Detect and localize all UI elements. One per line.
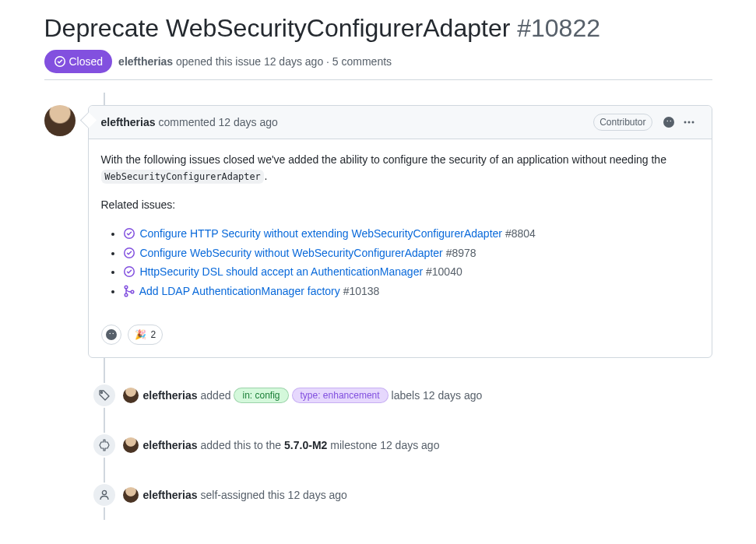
list-item: Configure WebSecurity without WebSecurit… (123, 245, 699, 261)
react-icon[interactable] (659, 112, 679, 132)
related-link[interactable]: Add LDAP AuthenticationManager factory (139, 285, 340, 297)
avatar[interactable] (44, 105, 76, 136)
event-milestone-pre: added this to the (201, 439, 282, 451)
svg-point-5 (131, 290, 134, 293)
event-label-suffix: labels 12 days ago (392, 389, 483, 402)
issue-title: Deprecate WebSecurityConfigurerAdapter #… (44, 12, 712, 44)
milestone-icon (92, 433, 117, 458)
svg-point-6 (102, 490, 106, 494)
svg-point-1 (687, 121, 690, 124)
event-added-word: added (201, 389, 231, 402)
related-ref: #8804 (505, 227, 536, 240)
related-ref: #8978 (446, 247, 476, 259)
issue-title-text: Deprecate WebSecurityConfigurerAdapter (44, 14, 511, 42)
closed-check-icon (54, 55, 66, 68)
related-link[interactable]: Configure WebSecurity without WebSecurit… (139, 247, 442, 259)
label-chip[interactable]: in: config (234, 388, 288, 403)
avatar[interactable] (123, 388, 139, 403)
list-item: Configure HTTP Security without extendin… (123, 226, 699, 242)
person-icon (92, 483, 117, 507)
add-reaction-button[interactable] (101, 325, 121, 345)
reaction-emoji: 🎉 (135, 329, 146, 340)
svg-point-3 (125, 286, 128, 289)
comment-time: commented 12 days ago (159, 116, 278, 128)
body-intro-post: . (264, 170, 267, 182)
issue-state-badge: Closed (44, 50, 113, 73)
avatar[interactable] (123, 487, 139, 503)
svg-point-0 (684, 121, 686, 124)
comment-box: eleftherias commented 12 days ago Contri… (88, 105, 712, 358)
list-item: HttpSecurity DSL should accept an Authen… (123, 264, 699, 280)
event-assign-text: self-assigned this 12 days ago (201, 489, 347, 501)
git-merge-icon (123, 285, 135, 297)
label-chip[interactable]: type: enhancement (292, 388, 389, 403)
issue-closed-icon (123, 265, 135, 278)
kebab-icon[interactable] (679, 112, 699, 132)
reaction-count: 2 (151, 329, 156, 340)
related-ref: #10040 (426, 265, 462, 278)
issue-closed-icon (123, 247, 135, 259)
issue-state-text: Closed (69, 54, 104, 69)
tag-icon (92, 383, 117, 408)
association-badge: Contributor (593, 114, 652, 131)
reaction-chip[interactable]: 🎉 2 (128, 325, 164, 345)
related-link[interactable]: Configure HTTP Security without extendin… (139, 227, 502, 240)
issue-closed-icon (123, 227, 135, 240)
issue-meta: eleftherias opened this issue 12 days ag… (118, 55, 392, 68)
avatar[interactable] (123, 437, 139, 453)
body-inline-code: WebSecurityConfigurerAdapter (101, 170, 265, 184)
comment-author-link[interactable]: eleftherias (101, 116, 156, 128)
event-author-link[interactable]: eleftherias (143, 489, 198, 501)
event-author-link[interactable]: eleftherias (143, 389, 198, 402)
event-milestone-suffix: milestone 12 days ago (330, 439, 439, 451)
issue-author-link[interactable]: eleftherias (118, 55, 173, 68)
related-heading: Related issues: (101, 197, 699, 213)
issue-opened-text: opened this issue 12 days ago · 5 commen… (176, 55, 392, 68)
list-item: Add LDAP AuthenticationManager factory #… (123, 283, 699, 300)
svg-point-4 (125, 293, 128, 297)
issue-number: #10822 (517, 14, 600, 42)
milestone-name[interactable]: 5.7.0-M2 (284, 439, 327, 451)
related-link[interactable]: HttpSecurity DSL should accept an Authen… (139, 265, 423, 278)
body-intro-pre: With the following issues closed we've a… (101, 153, 666, 166)
event-author-link[interactable]: eleftherias (143, 439, 198, 451)
related-issues-list: Configure HTTP Security without extendin… (101, 226, 699, 300)
comment-body: With the following issues closed we've a… (89, 139, 712, 325)
svg-point-2 (691, 121, 694, 124)
related-ref: #10138 (343, 285, 380, 297)
